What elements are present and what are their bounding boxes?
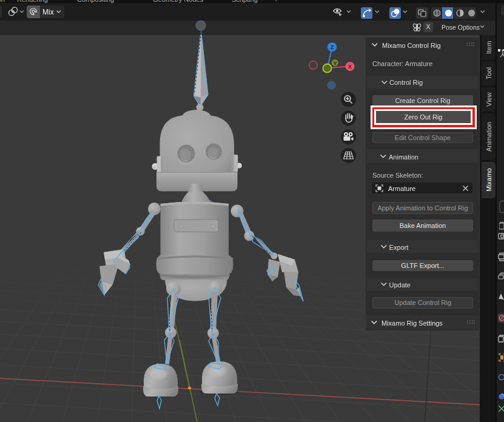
svg-text:Y: Y (334, 61, 337, 66)
svg-text:Z: Z (331, 44, 334, 50)
svg-text:X: X (348, 64, 352, 70)
